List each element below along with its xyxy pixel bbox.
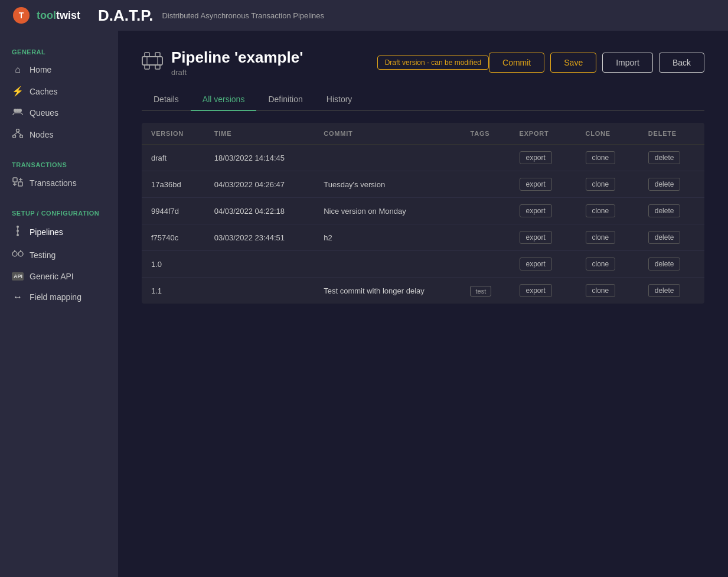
sidebar-item-home-label: Home [30,65,51,74]
cell-tags: test [461,278,510,304]
page-header: Pipeline 'example' draft Draft version -… [142,48,704,77]
cell-time [205,251,314,278]
cell-export-button[interactable]: export [520,257,552,270]
col-clone: CLONE [576,123,639,145]
svg-text:T: T [19,11,24,20]
cell-clone-button[interactable]: clone [586,178,616,191]
table-row: 9944f7d04/03/2022 04:22:18Nice version o… [142,198,704,224]
testing-icon [12,249,24,261]
cell-clone: clone [576,251,639,278]
app-title: D.A.T.P. [98,6,153,25]
cell-export-button[interactable]: export [520,204,552,217]
sidebar-item-pipelines[interactable]: Pipelines [0,220,118,244]
svg-point-6 [13,135,16,138]
cell-clone: clone [576,171,639,198]
svg-rect-10 [13,178,17,182]
general-section-label: GENERAL [0,43,118,59]
cell-delete-button[interactable]: delete [648,257,681,270]
back-button[interactable]: Back [659,53,704,73]
cell-clone-button[interactable]: clone [586,204,616,217]
cell-version: draft [142,145,205,171]
cell-clone-button[interactable]: clone [586,151,616,164]
app-subtitle: Distributed Asynchronous Transaction Pip… [162,11,324,20]
cell-delete-button[interactable]: delete [648,204,681,217]
cell-export: export [510,278,576,304]
col-delete: DELETE [639,123,704,145]
cell-time: 04/03/2022 04:26:47 [205,171,314,198]
cell-commit: Test commit with longer delay [314,278,461,304]
queues-icon [12,107,24,118]
svg-rect-25 [142,57,162,65]
cell-clone: clone [576,145,639,171]
sidebar-item-home[interactable]: ⌂ Home [0,59,118,80]
cell-delete-button[interactable]: delete [648,231,681,244]
transactions-section-label: TRANSACTIONS [0,155,118,172]
svg-point-4 [16,109,19,112]
cell-commit [314,145,461,171]
cell-tags [461,251,510,278]
versions-table: VERSION TIME COMMIT TAGS EXPORT CLONE DE… [142,123,704,304]
cell-export: export [510,224,576,251]
svg-point-21 [12,252,17,256]
tab-definition[interactable]: Definition [256,89,314,111]
logo-text: tooltwist [37,9,80,22]
cell-export-button[interactable]: export [520,284,552,297]
cell-clone-button[interactable]: clone [586,231,616,244]
cell-export: export [510,198,576,224]
cell-version: 1.0 [142,251,205,278]
sidebar-item-queues-label: Queues [30,108,58,118]
sidebar-item-testing[interactable]: Testing [0,244,118,266]
cell-clone-button[interactable]: clone [586,257,616,270]
api-icon: API [12,272,24,281]
col-version: VERSION [142,123,205,145]
cell-export-button[interactable]: export [520,178,552,191]
sidebar-item-transactions[interactable]: Transactions [0,172,118,194]
svg-line-8 [14,132,18,135]
cell-delete-button[interactable]: delete [648,151,681,164]
cell-version: f75740c [142,224,205,251]
header-buttons: Commit Save Import Back [489,53,704,73]
table-body: draft18/03/2022 14:14:45exportclonedelet… [142,145,704,304]
table-row: 1.0exportclonedelete [142,251,704,278]
pipeline-header-icon [142,52,163,74]
svg-point-17 [17,230,19,232]
cell-export-button[interactable]: export [520,151,552,164]
cell-delete-button[interactable]: delete [648,178,681,191]
cell-tags [461,198,510,224]
cell-time: 18/03/2022 14:14:45 [205,145,314,171]
col-time: TIME [205,123,314,145]
tab-all-versions[interactable]: All versions [191,89,257,111]
svg-rect-31 [155,65,160,69]
cell-version: 1.1 [142,278,205,304]
cell-time [205,278,314,304]
svg-point-5 [17,129,19,132]
cell-delete: delete [639,171,704,198]
import-button[interactable]: Import [602,53,653,73]
versions-table-container: VERSION TIME COMMIT TAGS EXPORT CLONE DE… [142,123,704,304]
top-bar: T tooltwist D.A.T.P. Distributed Asynchr… [0,0,728,31]
commit-button[interactable]: Commit [489,53,544,73]
sidebar-item-queues[interactable]: Queues [0,102,118,123]
sidebar-item-nodes[interactable]: Nodes [0,123,118,146]
cell-delete-button[interactable]: delete [648,284,681,297]
cell-export-button[interactable]: export [520,231,552,244]
cell-clone: clone [576,278,639,304]
page-subtitle: draft [171,68,365,77]
sidebar-item-generic-api[interactable]: API Generic API [0,266,118,286]
transactions-icon [12,177,24,189]
sidebar-item-field-mapping[interactable]: ↔ Field mapping [0,286,118,308]
tabs: Details All versions Definition History [142,89,704,111]
save-button[interactable]: Save [550,53,596,73]
table-row: 17a36bd04/03/2022 04:26:47Tuesday's vers… [142,171,704,198]
tab-details[interactable]: Details [142,89,191,111]
svg-rect-27 [155,53,160,57]
cell-delete: delete [639,278,704,304]
cell-commit: h2 [314,224,461,251]
cell-clone-button[interactable]: clone [586,284,616,297]
cell-tags [461,145,510,171]
cell-clone: clone [576,224,639,251]
svg-rect-26 [145,53,149,57]
tab-history[interactable]: History [315,89,364,111]
sidebar-item-pipelines-label: Pipelines [30,227,63,237]
sidebar-item-caches[interactable]: ⚡ Caches [0,80,118,102]
